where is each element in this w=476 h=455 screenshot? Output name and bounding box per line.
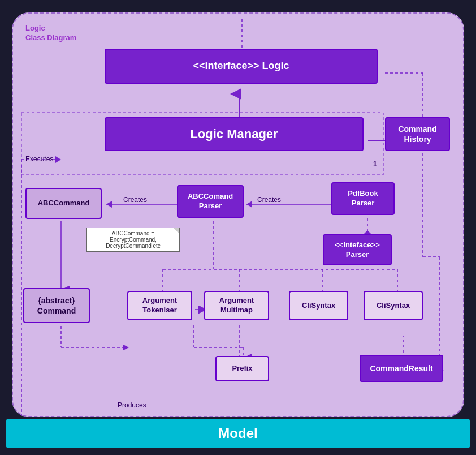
svg-marker-17 <box>106 201 112 208</box>
command-history-box: CommandHistory <box>385 117 450 151</box>
svg-text:1: 1 <box>373 160 377 168</box>
executes-label: Executes <box>25 155 53 163</box>
abstract-command-box: {abstract}Command <box>23 288 90 323</box>
logic-manager-box: Logic Manager <box>105 117 364 151</box>
abc-comand-parser-box: ABCComandParser <box>177 185 244 218</box>
svg-marker-42 <box>123 345 129 350</box>
model-label: Model <box>218 426 257 441</box>
creates-left-label: Creates <box>123 196 147 204</box>
diagram-title-label: LogicClass Diagram <box>25 24 76 43</box>
pdf-book-parser-box: PdfBookParser <box>331 182 395 215</box>
argument-tokeniser-box: ArgumentTokeniser <box>127 291 192 320</box>
prefix-box: Prefix <box>215 356 269 381</box>
abc-command-box: ABCCommand <box>25 188 102 219</box>
note-box: ABCCommand =EncryptCommand,DecryptComman… <box>86 227 180 252</box>
svg-marker-15 <box>55 156 61 163</box>
produces-label: Produces <box>118 401 146 409</box>
argument-multimap-box: ArgumentMultimap <box>204 291 269 320</box>
command-result-box: CommandResult <box>360 355 443 382</box>
svg-marker-19 <box>246 201 252 208</box>
model-bar: Model <box>6 419 470 448</box>
creates-right-label: Creates <box>257 196 281 204</box>
diagram-container: Model LogicClass Diagram <box>6 7 470 448</box>
outer-box: LogicClass Diagram <box>12 12 464 417</box>
cli-syntax-1-box: CliSyntax <box>289 291 348 320</box>
cli-syntax-2-box: CliSyntax <box>364 291 423 320</box>
parser-interface-box: <<inteface>>Parser <box>323 234 392 265</box>
logic-interface-box: <<interface>> Logic <box>105 49 378 84</box>
